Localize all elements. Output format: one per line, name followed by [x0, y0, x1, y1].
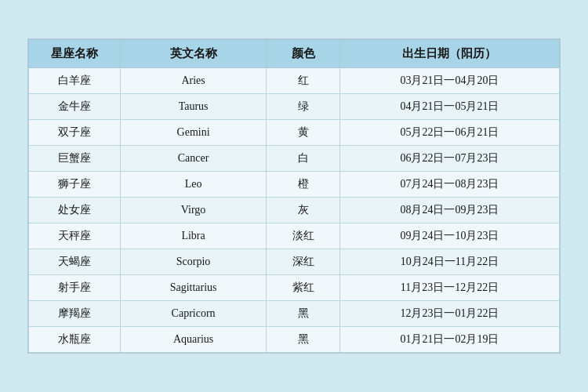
- cell-date: 10月24日一11月22日: [339, 249, 559, 275]
- cell-color: 紫红: [267, 275, 339, 301]
- table-row: 天蝎座Scorpio深红10月24日一11月22日: [29, 249, 560, 275]
- header-color: 颜色: [267, 40, 339, 68]
- cell-cn: 白羊座: [29, 68, 121, 94]
- cell-color: 白: [267, 146, 339, 172]
- cell-en: Capricorn: [120, 301, 267, 327]
- cell-color: 绿: [267, 94, 339, 120]
- cell-en: Sagittarius: [120, 275, 267, 301]
- cell-cn: 射手座: [29, 275, 121, 301]
- cell-color: 橙: [267, 172, 339, 198]
- cell-cn: 天秤座: [29, 223, 121, 249]
- cell-cn: 双子座: [29, 120, 121, 146]
- cell-en: Leo: [120, 172, 267, 198]
- cell-en: Cancer: [120, 146, 267, 172]
- cell-date: 09月24日一10月23日: [339, 223, 559, 249]
- cell-cn: 摩羯座: [29, 301, 121, 327]
- cell-cn: 巨蟹座: [29, 146, 121, 172]
- header-cn: 星座名称: [29, 40, 121, 68]
- table-row: 金牛座Taurus绿04月21日一05月21日: [29, 94, 560, 120]
- cell-color: 黑: [267, 301, 339, 327]
- cell-date: 12月23日一01月22日: [339, 301, 559, 327]
- table-row: 双子座Gemini黄05月22日一06月21日: [29, 120, 560, 146]
- cell-en: Gemini: [120, 120, 267, 146]
- table-row: 处女座Virgo灰08月24日一09月23日: [29, 198, 560, 223]
- cell-cn: 水瓶座: [29, 327, 121, 353]
- cell-cn: 狮子座: [29, 172, 121, 198]
- cell-date: 05月22日一06月21日: [339, 120, 559, 146]
- cell-en: Scorpio: [120, 249, 267, 275]
- cell-en: Aries: [120, 68, 267, 94]
- table-header-row: 星座名称 英文名称 颜色 出生日期（阳历）: [29, 40, 560, 68]
- cell-date: 08月24日一09月23日: [339, 198, 559, 223]
- cell-color: 黑: [267, 327, 339, 353]
- cell-date: 11月23日一12月22日: [339, 275, 559, 301]
- cell-color: 红: [267, 68, 339, 94]
- cell-en: Libra: [120, 223, 267, 249]
- cell-cn: 金牛座: [29, 94, 121, 120]
- table-row: 巨蟹座Cancer白06月22日一07月23日: [29, 146, 560, 172]
- table-row: 天秤座Libra淡红09月24日一10月23日: [29, 223, 560, 249]
- cell-cn: 天蝎座: [29, 249, 121, 275]
- cell-en: Virgo: [120, 198, 267, 223]
- table-body: 白羊座Aries红03月21日一04月20日金牛座Taurus绿04月21日一0…: [29, 68, 560, 353]
- cell-color: 深红: [267, 249, 339, 275]
- table-row: 射手座Sagittarius紫红11月23日一12月22日: [29, 275, 560, 301]
- table-row: 狮子座Leo橙07月24日一08月23日: [29, 172, 560, 198]
- cell-date: 07月24日一08月23日: [339, 172, 559, 198]
- cell-date: 06月22日一07月23日: [339, 146, 559, 172]
- table-row: 白羊座Aries红03月21日一04月20日: [29, 68, 560, 94]
- cell-color: 黄: [267, 120, 339, 146]
- cell-date: 01月21日一02月19日: [339, 327, 559, 353]
- cell-en: Taurus: [120, 94, 267, 120]
- table-row: 水瓶座Aquarius黑01月21日一02月19日: [29, 327, 560, 353]
- cell-cn: 处女座: [29, 198, 121, 223]
- header-en: 英文名称: [120, 40, 267, 68]
- cell-color: 淡红: [267, 223, 339, 249]
- zodiac-table-container: 星座名称 英文名称 颜色 出生日期（阳历） 白羊座Aries红03月21日一04…: [27, 38, 561, 354]
- header-date: 出生日期（阳历）: [339, 40, 559, 68]
- table-row: 摩羯座Capricorn黑12月23日一01月22日: [29, 301, 560, 327]
- cell-en: Aquarius: [120, 327, 267, 353]
- cell-date: 04月21日一05月21日: [339, 94, 559, 120]
- cell-color: 灰: [267, 198, 339, 223]
- cell-date: 03月21日一04月20日: [339, 68, 559, 94]
- zodiac-table: 星座名称 英文名称 颜色 出生日期（阳历） 白羊座Aries红03月21日一04…: [28, 39, 560, 353]
